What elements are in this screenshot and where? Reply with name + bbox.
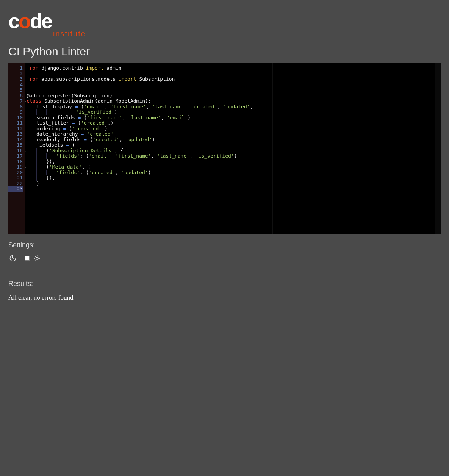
sun-icon [33,254,41,262]
line-number[interactable]: 17 [8,153,23,159]
code-line[interactable]: 'fields': ('created', 'updated') [27,170,270,176]
svg-line-3 [35,256,36,257]
editor-code-area[interactable]: from django.contrib import adminfrom app… [25,63,272,234]
code-line[interactable] [27,82,270,88]
line-number[interactable]: 20 [8,170,23,176]
line-number[interactable]: 21 [8,175,23,181]
line-number[interactable]: 3 [8,76,23,82]
code-line[interactable]: ) [27,181,270,187]
line-number[interactable]: 13 [8,131,23,137]
line-number[interactable]: 16 [8,148,23,154]
code-line[interactable]: list_filter = ('created',) [27,120,270,126]
code-line[interactable]: from apps.subscriptions.models import Su… [27,76,270,82]
code-line[interactable]: date_hierarchy = 'created' [27,131,270,137]
line-number[interactable]: 11 [8,120,23,126]
code-line[interactable]: }), [27,175,270,181]
code-line[interactable]: search_fields = ('first_name', 'last_nam… [27,115,270,121]
page-title: CI Python Linter [3,38,446,63]
code-line[interactable]: 'is_verified') [27,109,270,115]
results-label: Results: [8,280,441,288]
app-root: code institute CI Python Linter 12345678… [3,3,446,473]
code-line[interactable]: class SubscriptionAdmin(admin.ModelAdmin… [27,98,270,104]
line-number[interactable]: 1 [8,66,23,71]
svg-line-4 [39,260,39,260]
editor-minimap[interactable] [272,63,435,234]
code-line[interactable] [27,71,270,77]
code-line[interactable]: list_display = ('email', 'first_name', '… [27,104,270,110]
settings-label: Settings: [8,241,441,249]
code-line[interactable]: ('Subscription Details', { [27,148,270,154]
code-line[interactable]: fieldsets = ( [27,142,270,148]
line-number[interactable]: 15 [8,142,23,148]
code-editor[interactable]: 1234567891011121314151617181920212223 fr… [8,63,441,234]
line-number[interactable]: 4 [8,82,23,88]
line-number[interactable]: 6 [8,93,23,99]
settings-section: Settings: [3,234,446,272]
moon-icon [9,254,17,262]
logo: code institute [3,3,446,38]
code-line[interactable]: ('Meta data', { [27,164,270,170]
line-number[interactable]: 7 [8,98,23,104]
line-number[interactable]: 5 [8,87,23,93]
theme-checkbox[interactable] [25,256,30,261]
theme-toggle[interactable] [25,254,41,262]
line-number[interactable]: 23 [8,186,23,192]
line-number[interactable]: 2 [8,71,23,77]
line-number[interactable]: 10 [8,115,23,121]
svg-line-7 [35,260,36,260]
editor-scrollbar[interactable] [435,63,441,234]
code-line[interactable] [27,87,270,93]
code-line[interactable] [27,186,270,192]
code-line[interactable]: readonly_fields = ('created', 'updated') [27,137,270,143]
theme-toggle-row [8,249,441,269]
line-number[interactable]: 22 [8,181,23,187]
code-line[interactable]: from django.contrib import admin [27,66,270,71]
code-line[interactable]: @admin.register(Subscription) [27,93,270,99]
svg-line-8 [39,256,39,257]
code-line[interactable]: }), [27,159,270,165]
code-line[interactable]: 'fields': ('email', 'first_name', 'last_… [27,153,270,159]
line-number[interactable]: 8 [8,104,23,110]
editor-gutter: 1234567891011121314151617181920212223 [8,63,25,234]
logo-subtext: institute [8,30,441,38]
code-line[interactable]: ordering = ('-created',) [27,126,270,132]
line-number[interactable]: 9 [8,109,23,115]
line-number[interactable]: 14 [8,137,23,143]
logo-wordmark: code [8,9,52,32]
results-section: Results: All clear, no errors found [3,272,446,309]
line-number[interactable]: 18 [8,159,23,165]
line-number[interactable]: 12 [8,126,23,132]
cursor [27,187,27,192]
svg-point-0 [36,257,38,259]
line-number[interactable]: 19 [8,164,23,170]
results-text: All clear, no errors found [8,288,441,301]
